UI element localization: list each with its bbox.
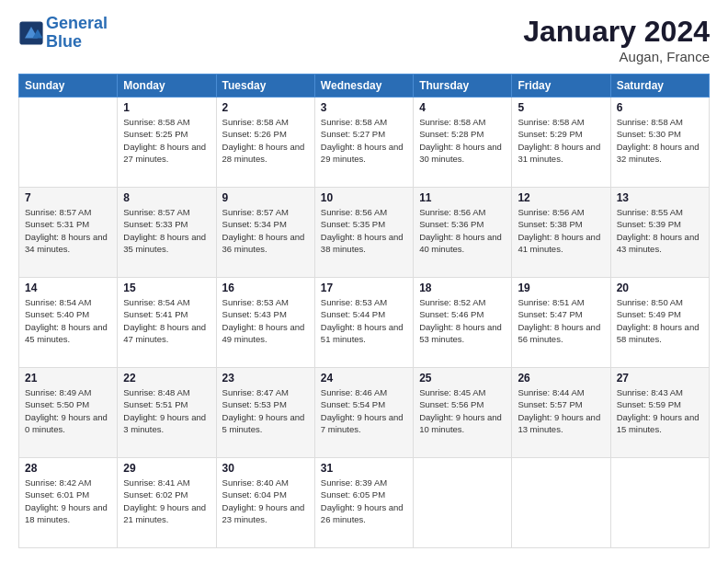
calendar-header-row: SundayMondayTuesdayWednesdayThursdayFrid… xyxy=(19,75,710,98)
calendar-week-row: 14Sunrise: 8:54 AMSunset: 5:40 PMDayligh… xyxy=(19,278,710,368)
calendar-day-cell: 3Sunrise: 8:58 AMSunset: 5:27 PMDaylight… xyxy=(314,98,413,188)
day-number: 10 xyxy=(321,191,407,204)
page: General Blue January 2024 Augan, France … xyxy=(0,0,728,563)
day-info: Sunrise: 8:56 AMSunset: 5:38 PMDaylight:… xyxy=(518,206,604,255)
day-info: Sunrise: 8:58 AMSunset: 5:25 PMDaylight:… xyxy=(123,116,210,165)
calendar-day-cell: 21Sunrise: 8:49 AMSunset: 5:50 PMDayligh… xyxy=(19,368,118,458)
day-of-week-header: Wednesday xyxy=(314,75,413,98)
calendar-day-cell xyxy=(610,458,709,548)
logo-line2: Blue xyxy=(46,32,82,51)
day-info: Sunrise: 8:54 AMSunset: 5:40 PMDaylight:… xyxy=(25,296,111,345)
calendar-day-cell: 29Sunrise: 8:41 AMSunset: 6:02 PMDayligh… xyxy=(118,458,216,548)
day-info: Sunrise: 8:47 AMSunset: 5:53 PMDaylight:… xyxy=(222,386,309,435)
calendar-day-cell: 25Sunrise: 8:45 AMSunset: 5:56 PMDayligh… xyxy=(414,368,512,458)
day-info: Sunrise: 8:53 AMSunset: 5:43 PMDaylight:… xyxy=(222,296,309,345)
calendar-day-cell: 4Sunrise: 8:58 AMSunset: 5:28 PMDaylight… xyxy=(414,98,512,188)
logo-icon xyxy=(18,20,44,46)
subtitle: Augan, France xyxy=(523,49,710,64)
day-info: Sunrise: 8:55 AMSunset: 5:39 PMDaylight:… xyxy=(617,206,703,255)
day-info: Sunrise: 8:46 AMSunset: 5:54 PMDaylight:… xyxy=(321,386,407,435)
calendar-day-cell: 6Sunrise: 8:58 AMSunset: 5:30 PMDaylight… xyxy=(610,98,709,188)
day-number: 4 xyxy=(419,101,506,114)
day-info: Sunrise: 8:58 AMSunset: 5:29 PMDaylight:… xyxy=(518,116,604,165)
calendar-day-cell xyxy=(19,98,118,188)
logo-text: General Blue xyxy=(46,15,108,52)
day-of-week-header: Saturday xyxy=(610,75,709,98)
day-number: 23 xyxy=(222,372,309,385)
calendar-day-cell: 26Sunrise: 8:44 AMSunset: 5:57 PMDayligh… xyxy=(512,368,610,458)
calendar-day-cell: 8Sunrise: 8:57 AMSunset: 5:33 PMDaylight… xyxy=(118,188,216,278)
day-number: 17 xyxy=(321,282,407,294)
day-info: Sunrise: 8:51 AMSunset: 5:47 PMDaylight:… xyxy=(518,296,604,345)
day-info: Sunrise: 8:56 AMSunset: 5:36 PMDaylight:… xyxy=(419,206,506,255)
day-number: 3 xyxy=(321,101,407,114)
day-number: 21 xyxy=(25,372,111,385)
day-info: Sunrise: 8:56 AMSunset: 5:35 PMDaylight:… xyxy=(321,206,407,255)
calendar-day-cell: 20Sunrise: 8:50 AMSunset: 5:49 PMDayligh… xyxy=(610,278,709,368)
day-number: 19 xyxy=(518,282,604,294)
day-of-week-header: Tuesday xyxy=(216,75,314,98)
day-info: Sunrise: 8:57 AMSunset: 5:33 PMDaylight:… xyxy=(123,206,210,255)
calendar-day-cell: 31Sunrise: 8:39 AMSunset: 6:05 PMDayligh… xyxy=(314,458,413,548)
day-of-week-header: Sunday xyxy=(19,75,118,98)
day-info: Sunrise: 8:53 AMSunset: 5:44 PMDaylight:… xyxy=(321,296,407,345)
day-info: Sunrise: 8:50 AMSunset: 5:49 PMDaylight:… xyxy=(617,296,703,345)
day-number: 16 xyxy=(222,282,309,294)
calendar-day-cell: 9Sunrise: 8:57 AMSunset: 5:34 PMDaylight… xyxy=(216,188,314,278)
day-number: 24 xyxy=(321,372,407,385)
day-number: 25 xyxy=(419,372,506,385)
calendar-day-cell: 18Sunrise: 8:52 AMSunset: 5:46 PMDayligh… xyxy=(414,278,512,368)
day-number: 1 xyxy=(123,101,210,114)
day-number: 9 xyxy=(222,191,309,204)
calendar-week-row: 28Sunrise: 8:42 AMSunset: 6:01 PMDayligh… xyxy=(19,458,710,548)
day-number: 31 xyxy=(321,462,407,475)
day-info: Sunrise: 8:58 AMSunset: 5:28 PMDaylight:… xyxy=(419,116,506,165)
day-number: 6 xyxy=(617,101,703,114)
day-number: 22 xyxy=(123,372,210,385)
calendar-day-cell: 24Sunrise: 8:46 AMSunset: 5:54 PMDayligh… xyxy=(314,368,413,458)
calendar-day-cell: 10Sunrise: 8:56 AMSunset: 5:35 PMDayligh… xyxy=(314,188,413,278)
day-number: 28 xyxy=(25,462,111,475)
calendar-day-cell: 19Sunrise: 8:51 AMSunset: 5:47 PMDayligh… xyxy=(512,278,610,368)
day-info: Sunrise: 8:44 AMSunset: 5:57 PMDaylight:… xyxy=(518,386,604,435)
calendar-day-cell: 14Sunrise: 8:54 AMSunset: 5:40 PMDayligh… xyxy=(19,278,118,368)
day-number: 5 xyxy=(518,101,604,114)
day-info: Sunrise: 8:58 AMSunset: 5:30 PMDaylight:… xyxy=(617,116,703,165)
day-number: 15 xyxy=(123,282,210,294)
calendar-table: SundayMondayTuesdayWednesdayThursdayFrid… xyxy=(18,74,710,548)
calendar-day-cell: 17Sunrise: 8:53 AMSunset: 5:44 PMDayligh… xyxy=(314,278,413,368)
logo: General Blue xyxy=(18,15,108,52)
calendar-day-cell: 16Sunrise: 8:53 AMSunset: 5:43 PMDayligh… xyxy=(216,278,314,368)
day-number: 13 xyxy=(617,191,703,204)
calendar-day-cell: 30Sunrise: 8:40 AMSunset: 6:04 PMDayligh… xyxy=(216,458,314,548)
calendar-week-row: 1Sunrise: 8:58 AMSunset: 5:25 PMDaylight… xyxy=(19,98,710,188)
day-info: Sunrise: 8:42 AMSunset: 6:01 PMDaylight:… xyxy=(25,477,111,525)
calendar-week-row: 7Sunrise: 8:57 AMSunset: 5:31 PMDaylight… xyxy=(19,188,710,278)
calendar-day-cell: 28Sunrise: 8:42 AMSunset: 6:01 PMDayligh… xyxy=(19,458,118,548)
day-info: Sunrise: 8:39 AMSunset: 6:05 PMDaylight:… xyxy=(321,477,407,525)
calendar-day-cell xyxy=(414,458,512,548)
day-number: 30 xyxy=(222,462,309,475)
day-number: 20 xyxy=(617,282,703,294)
day-number: 2 xyxy=(222,101,309,114)
main-title: January 2024 xyxy=(523,15,710,49)
day-of-week-header: Thursday xyxy=(414,75,512,98)
day-number: 14 xyxy=(25,282,111,294)
day-info: Sunrise: 8:43 AMSunset: 5:59 PMDaylight:… xyxy=(617,386,703,435)
calendar-day-cell: 23Sunrise: 8:47 AMSunset: 5:53 PMDayligh… xyxy=(216,368,314,458)
calendar-day-cell: 11Sunrise: 8:56 AMSunset: 5:36 PMDayligh… xyxy=(414,188,512,278)
calendar-day-cell: 12Sunrise: 8:56 AMSunset: 5:38 PMDayligh… xyxy=(512,188,610,278)
day-info: Sunrise: 8:40 AMSunset: 6:04 PMDaylight:… xyxy=(222,477,309,525)
calendar-day-cell xyxy=(512,458,610,548)
day-number: 7 xyxy=(25,191,111,204)
calendar-week-row: 21Sunrise: 8:49 AMSunset: 5:50 PMDayligh… xyxy=(19,368,710,458)
day-number: 29 xyxy=(123,462,210,475)
day-info: Sunrise: 8:45 AMSunset: 5:56 PMDaylight:… xyxy=(419,386,506,435)
day-of-week-header: Monday xyxy=(118,75,216,98)
header: General Blue January 2024 Augan, France xyxy=(18,15,710,64)
day-number: 26 xyxy=(518,372,604,385)
day-info: Sunrise: 8:58 AMSunset: 5:26 PMDaylight:… xyxy=(222,116,309,165)
day-info: Sunrise: 8:58 AMSunset: 5:27 PMDaylight:… xyxy=(321,116,407,165)
logo-line1: General xyxy=(46,14,108,32)
calendar-day-cell: 22Sunrise: 8:48 AMSunset: 5:51 PMDayligh… xyxy=(118,368,216,458)
